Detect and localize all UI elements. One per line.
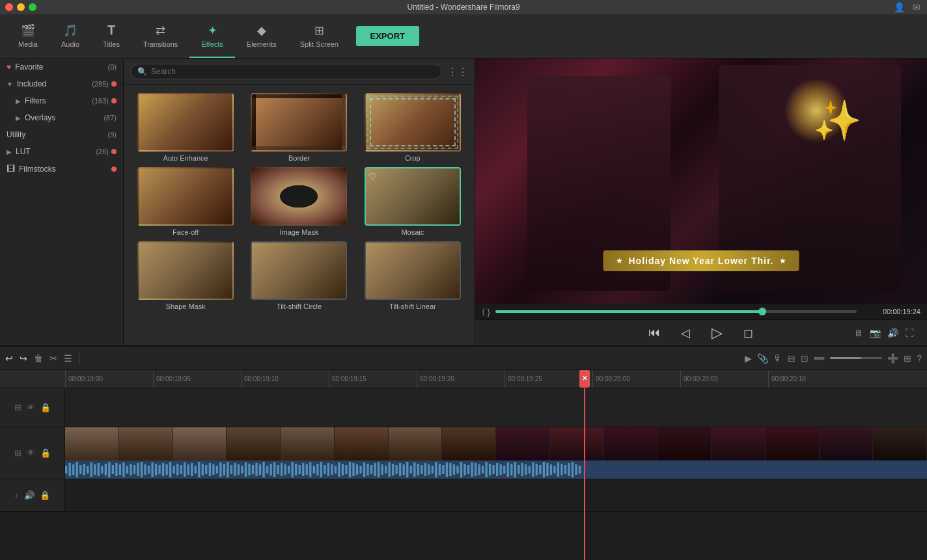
redo-icon[interactable]: ↪: [20, 353, 27, 364]
effect-crop[interactable]: Crop: [359, 93, 467, 162]
track-1-eye-icon[interactable]: 👁: [27, 403, 35, 412]
svg-rect-129: [529, 466, 531, 473]
svg-rect-12: [108, 462, 110, 477]
zoom-slider[interactable]: [830, 357, 882, 359]
effect-face-off[interactable]: Face-off: [131, 167, 240, 236]
stop-button[interactable]: ◻: [738, 323, 758, 343]
svg-rect-54: [259, 464, 261, 475]
grid-tl-icon[interactable]: ⊞: [904, 353, 911, 364]
toolbar-tabs: 🎬 Media 🎵 Audio T Titles ⇄ Transitions ✦…: [7, 14, 350, 58]
svg-rect-2: [72, 464, 74, 475]
frame-back-icon[interactable]: ⟨ }: [482, 307, 490, 317]
svg-rect-103: [435, 462, 437, 477]
sidebar-item-filters[interactable]: ▶ Filters (163): [0, 92, 123, 109]
svg-rect-105: [442, 465, 444, 474]
tab-effects[interactable]: ✦ Effects: [189, 14, 234, 58]
search-input[interactable]: [151, 67, 435, 76]
mic-icon[interactable]: 🎙: [773, 353, 782, 364]
heart-icon: ♥: [7, 62, 11, 72]
rewind-button[interactable]: ⏮: [644, 323, 665, 343]
track-3-vol-icon[interactable]: 🔊: [24, 490, 35, 500]
tab-transitions[interactable]: ⇄ Transitions: [131, 14, 189, 58]
minimize-button[interactable]: [17, 3, 25, 11]
render-icon[interactable]: ⊡: [801, 353, 809, 364]
mail-icon[interactable]: ✉: [913, 2, 920, 12]
svg-rect-44: [223, 464, 225, 475]
sidebar-item-overlays[interactable]: ▶ Overlays (87): [0, 109, 123, 126]
tab-elements[interactable]: ◆ Elements: [235, 14, 288, 58]
svg-rect-126: [518, 465, 519, 474]
transitions-icon: ⇄: [156, 23, 165, 38]
sidebar-included-count: (285): [92, 80, 109, 88]
tab-split-screen[interactable]: ⊞ Split Screen: [288, 14, 350, 58]
effect-tiltshift-circle[interactable]: Tilt-shift Circle: [245, 241, 353, 310]
camera-icon[interactable]: 📷: [870, 328, 881, 338]
timeline-section: ↩ ↪ 🗑 ✂ ☰ ▶ 📎 🎙 ⊟ ⊡ ➖ ➕ ⊞ ?: [0, 345, 927, 560]
sidebar-item-lut[interactable]: ▶ LUT (26): [0, 143, 123, 160]
lut-expand-icon: ▶: [7, 148, 12, 155]
maximize-button[interactable]: [29, 3, 36, 11]
tab-media[interactable]: 🎬 Media: [7, 14, 49, 58]
progress-track[interactable]: [495, 310, 857, 313]
clip-icon[interactable]: 📎: [757, 353, 768, 364]
undo-icon[interactable]: ↩: [5, 353, 13, 364]
track-2-grid-icon[interactable]: ⊞: [14, 448, 21, 458]
play-button[interactable]: ▷: [706, 323, 727, 343]
svg-rect-3: [76, 462, 78, 477]
effect-auto-enhance[interactable]: Auto Enhance: [131, 93, 240, 162]
track-2-content[interactable]: [65, 427, 927, 479]
effect-thumb-mosaic: ♡: [365, 167, 461, 226]
delete-icon[interactable]: 🗑: [34, 353, 43, 364]
svg-rect-17: [126, 466, 128, 473]
titles-icon: T: [107, 23, 115, 38]
tab-audio[interactable]: 🎵 Audio: [49, 14, 91, 58]
play-tl-icon[interactable]: ▶: [745, 353, 752, 364]
effect-tiltshift-linear[interactable]: Tilt-shift Linear: [359, 241, 467, 310]
svg-rect-82: [359, 466, 361, 473]
account-icon[interactable]: 👤: [894, 2, 905, 12]
track-1-grid-icon[interactable]: ⊞: [14, 403, 21, 412]
playback-right-controls: 🖥 📷 🔊 ⛶: [854, 328, 914, 338]
svg-rect-70: [316, 464, 318, 475]
effect-border[interactable]: Border: [245, 93, 353, 162]
svg-rect-135: [550, 464, 552, 475]
top-toolbar: 🎬 Media 🎵 Audio T Titles ⇄ Transitions ✦…: [0, 14, 927, 59]
close-button[interactable]: [5, 3, 13, 11]
tab-titles[interactable]: T Titles: [91, 14, 131, 58]
track-1-lock-icon[interactable]: 🔒: [40, 403, 51, 412]
svg-rect-141: [572, 462, 574, 477]
track-3-music-icon[interactable]: ♪: [14, 490, 19, 500]
svg-rect-65: [299, 465, 301, 474]
grid-view-icon[interactable]: ⋮⋮: [447, 66, 468, 78]
split-screen-icon: ⊞: [314, 23, 324, 38]
effect-mosaic[interactable]: ♡ Mosaic: [359, 167, 467, 236]
screen-icon[interactable]: 🖥: [854, 328, 863, 338]
sidebar-item-included[interactable]: ▼ Included (285): [0, 75, 123, 92]
fullscreen-icon[interactable]: ⛶: [905, 328, 914, 338]
filmstocks-dot: [111, 167, 117, 172]
list-icon[interactable]: ☰: [64, 353, 72, 364]
plus-icon[interactable]: ➕: [887, 353, 898, 364]
track-2-eye-icon[interactable]: 👁: [27, 448, 35, 458]
sidebar-item-favorite[interactable]: ♥ Favorite (0): [0, 59, 123, 75]
volume-icon[interactable]: 🔊: [887, 328, 898, 338]
svg-rect-27: [162, 463, 164, 476]
export-button[interactable]: EXPORT: [356, 26, 419, 46]
cut-icon[interactable]: ✂: [49, 353, 57, 364]
minus-icon[interactable]: ➖: [814, 353, 825, 364]
track-2-lock-icon[interactable]: 🔒: [40, 448, 51, 458]
effect-thumb-crop: [365, 93, 461, 152]
sidebar-item-utility[interactable]: Utility (9): [0, 126, 123, 143]
subtitle-icon[interactable]: ⊟: [788, 353, 796, 364]
track-3-lock-icon[interactable]: 🔒: [40, 490, 50, 500]
svg-rect-136: [553, 466, 555, 473]
effect-shape-mask[interactable]: Shape Mask: [131, 241, 240, 310]
svg-rect-61: [284, 464, 286, 475]
favorite-heart-icon: ♡: [368, 171, 377, 181]
effect-image-mask[interactable]: Image Mask: [245, 167, 353, 236]
sidebar-item-filmstocks[interactable]: 🎞 Filmstocks: [0, 160, 123, 178]
help-icon[interactable]: ?: [917, 353, 922, 364]
svg-rect-86: [374, 463, 376, 476]
play-back-button[interactable]: ◁: [675, 323, 696, 343]
svg-rect-110: [460, 462, 462, 477]
